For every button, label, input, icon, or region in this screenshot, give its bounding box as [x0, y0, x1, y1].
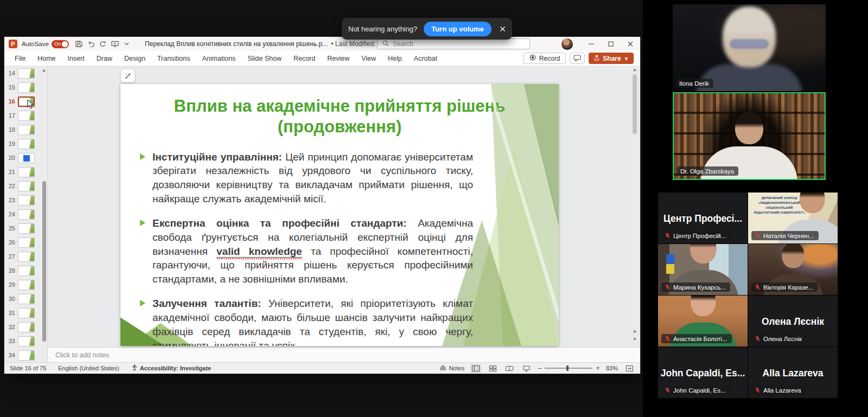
close-button[interactable] [621, 37, 640, 51]
notes-toggle-button[interactable]: Notes [439, 365, 464, 371]
ribbon-tab-home[interactable]: Home [31, 51, 61, 66]
slide-thumbnail-preview[interactable] [18, 111, 35, 121]
slide-scrollbar[interactable]: ▲ ▲ ▼ [631, 67, 639, 345]
slide-thumbnail-26[interactable]: 26 [4, 235, 47, 249]
maximize-button[interactable] [601, 37, 621, 51]
slide-thumbnail-32[interactable]: 32 [4, 320, 47, 334]
ribbon-tab-slide-show[interactable]: Slide Show [241, 51, 288, 66]
participant-tile-3[interactable]: Марина Кухарсь... [658, 244, 748, 295]
slide-thumbnail-preview[interactable] [18, 238, 35, 248]
thumbnails-scrollbar[interactable] [42, 181, 46, 342]
toast-close-icon[interactable] [500, 26, 506, 32]
slide-thumbnail-preview[interactable] [18, 294, 35, 304]
slide-thumbnail-preview[interactable] [18, 167, 35, 177]
slide-thumbnail-27[interactable]: 27 [4, 249, 47, 264]
slide-thumbnail-14[interactable]: 14 [4, 66, 47, 80]
next-slide-icon[interactable]: ▼ [633, 337, 637, 342]
slide-thumbnail-preview[interactable] [18, 308, 35, 318]
ribbon-tab-acrobat[interactable]: Acrobat [408, 51, 443, 66]
minimize-button[interactable] [582, 37, 601, 51]
ribbon-tab-draw[interactable]: Draw [91, 51, 118, 66]
turn-up-volume-button[interactable]: Turn up volume [424, 22, 492, 36]
scroll-up-icon[interactable]: ▲ [633, 67, 637, 72]
slide-canvas[interactable]: Вплив на академічне прийняття рішень(про… [120, 84, 559, 346]
speaker-tile-top[interactable]: Ilona Derik [673, 4, 826, 91]
ribbon-tab-review[interactable]: Review [321, 51, 355, 66]
participant-tile-2[interactable]: ДЕРЖАВНИЙ ЗАКЛАД«ПІВДЕННОУКРАЇНСЬКИЙ НАЦ… [748, 193, 838, 243]
slide-thumbnail-preview[interactable] [18, 195, 35, 206]
ribbon-tab-insert[interactable]: Insert [62, 51, 91, 66]
slide-thumbnail-18[interactable]: 18 [4, 123, 47, 137]
participant-tile-1[interactable]: Центр Професі...Центр Професій... [658, 193, 748, 243]
slide-thumbnail-preview[interactable] [18, 97, 35, 107]
slide-thumbnail-preview[interactable] [18, 139, 35, 149]
slide-title[interactable]: Вплив на академічне прийняття рішень(про… [137, 96, 542, 137]
undo-icon[interactable] [85, 38, 97, 50]
start-slideshow-icon[interactable] [109, 38, 121, 50]
slide-thumbnail-25[interactable]: 25 [4, 221, 47, 235]
language-status[interactable]: English (United States) [58, 365, 119, 371]
slide-number-status[interactable]: Slide 16 of 75 [10, 365, 46, 371]
slide-thumbnail-22[interactable]: 22 [4, 179, 47, 193]
slide-thumbnail-preview[interactable] [18, 252, 35, 262]
designer-button[interactable] [120, 69, 135, 82]
accessibility-status[interactable]: Accessibility: Investigate [131, 364, 211, 372]
ribbon-tab-view[interactable]: View [355, 51, 382, 66]
redo-icon[interactable] [97, 38, 109, 50]
comments-button[interactable] [570, 53, 585, 64]
save-icon[interactable] [73, 38, 85, 50]
ribbon-tab-transitions[interactable]: Transitions [151, 51, 196, 66]
ribbon-tab-file[interactable]: File [9, 51, 31, 66]
slide-thumbnail-34[interactable]: 34 [4, 348, 47, 362]
zoom-slider[interactable] [545, 368, 592, 369]
zoom-level[interactable]: 83% [606, 365, 618, 371]
participant-tile-8[interactable]: Alla LazarevaAlla Lazareva [748, 347, 838, 398]
ribbon-tab-animations[interactable]: Animations [196, 51, 242, 66]
slide-thumbnail-19[interactable]: 19 [4, 137, 47, 151]
slide-thumbnail-31[interactable]: 31 [4, 306, 47, 320]
scrollbar-thumb[interactable] [633, 74, 637, 134]
slide-thumbnail-preview[interactable] [18, 125, 35, 135]
slide-thumbnail-preview[interactable] [18, 266, 35, 276]
zoom-slider-thumb[interactable] [566, 365, 569, 371]
slide-thumbnail-preview[interactable] [18, 336, 35, 347]
slide-thumbnail-24[interactable]: 24 [4, 207, 47, 221]
participant-tile-7[interactable]: John Capaldi, Es...John Capaldi, Es... [658, 347, 748, 398]
slide-thumbnail-30[interactable]: 30 [4, 292, 47, 306]
slide-thumbnail-preview[interactable] [18, 209, 35, 220]
slide-thumbnail-15[interactable]: 15 [4, 80, 47, 94]
quick-access-chevron-icon[interactable] [121, 38, 133, 50]
fit-slide-to-window-icon[interactable] [624, 364, 635, 373]
slide-thumbnail-preview[interactable] [18, 322, 35, 332]
slide-sorter-view-icon[interactable] [487, 364, 498, 373]
participant-tile-5[interactable]: Анастасія Болоті... [658, 296, 748, 347]
slide-thumbnail-preview[interactable] [18, 68, 35, 79]
ribbon-tab-record[interactable]: Record [288, 51, 321, 66]
slide-thumbnail-preview[interactable] [18, 350, 35, 361]
notes-input[interactable]: Click to add notes [48, 347, 640, 362]
user-avatar[interactable] [561, 39, 573, 50]
record-button[interactable]: Record [524, 53, 566, 64]
slide-thumbnail-preview[interactable] [18, 181, 35, 191]
slide-thumbnail-preview[interactable] [18, 280, 35, 290]
slide-thumbnail-29[interactable]: 29 [4, 278, 47, 292]
slide-thumbnail-33[interactable]: 33 [4, 334, 47, 348]
thumbnails-scroll-up-icon[interactable]: ▲ [42, 68, 46, 73]
normal-view-icon[interactable] [470, 364, 481, 373]
autosave-toggle[interactable]: On [52, 40, 69, 48]
slide-thumbnail-20[interactable]: 20 [4, 151, 47, 165]
share-button[interactable]: Share ∨ [589, 53, 634, 64]
ribbon-tab-design[interactable]: Design [118, 51, 151, 66]
slide-thumbnail-preview[interactable] [18, 153, 35, 163]
zoom-out-button[interactable]: – [538, 365, 541, 371]
slide-thumbnail-preview[interactable] [18, 223, 35, 234]
zoom-in-button[interactable]: + [596, 365, 600, 371]
participant-tile-4[interactable]: Вікторія Каразе... [748, 244, 838, 295]
slide-thumbnail-21[interactable]: 21 [4, 165, 47, 179]
reading-view-icon[interactable] [504, 364, 515, 373]
slide-thumbnail-17[interactable]: 17 [4, 108, 47, 123]
slide-thumbnail-16[interactable]: 16 [4, 94, 47, 108]
participant-tile-6[interactable]: Олена ЛєснікОлена Лєснік [748, 296, 838, 347]
search-input[interactable]: Search [377, 39, 530, 49]
ribbon-tab-help[interactable]: Help [382, 51, 408, 66]
